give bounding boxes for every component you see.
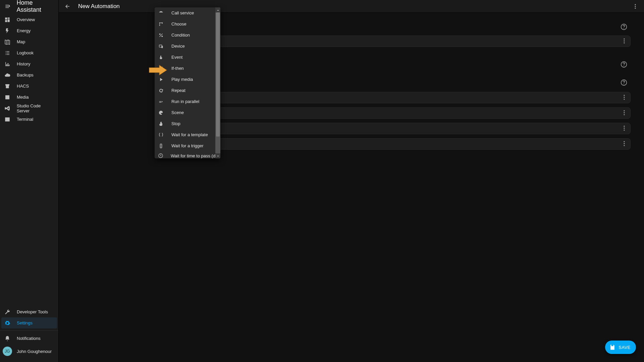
store-icon [4,83,11,90]
parallel-icon [158,99,164,105]
sidebar-item-energy[interactable]: Energy [1,25,57,36]
option-if-then[interactable]: If-then [155,63,220,74]
help-icon[interactable] [620,60,628,68]
option-label: If-then [171,66,184,71]
sidebar-item-logbook[interactable]: Logbook [1,47,57,58]
option-label: Device [171,44,185,49]
card-overflow-button[interactable] [621,109,628,117]
touch-icon [158,54,164,60]
user-name: John Goughenour [17,349,52,354]
action-card[interactable] [159,138,631,150]
sidebar-item-media[interactable]: Media [1,92,57,103]
option-label: Play media [171,77,193,82]
save-button[interactable]: SAVE [605,341,636,354]
option-label: Stop [171,121,180,126]
play-box-icon [4,94,11,101]
action-card[interactable] [159,92,631,103]
section-help-1 [159,23,628,31]
card-overflow-button[interactable] [621,140,628,148]
sidebar: Home Assistant Overview Energy Map Logbo… [0,0,59,362]
option-wait-template[interactable]: Wait for a template [155,129,220,140]
scroll-thumb[interactable] [216,12,220,137]
wrench-icon [4,309,11,315]
sidebar-item-history[interactable]: History [1,58,57,69]
action-card[interactable] [159,107,631,119]
option-device[interactable]: Device [155,41,220,52]
option-stop[interactable]: Stop [155,118,220,129]
sidebar-item-label: Settings [17,320,33,325]
sidebar-user[interactable]: JG John Goughenour [0,344,58,361]
topbar: New Automation [59,0,644,13]
sidebar-item-overview[interactable]: Overview [1,14,57,25]
option-label: Wait for a trigger [171,143,204,148]
help-icon[interactable] [620,23,628,31]
sidebar-item-notifications[interactable]: Notifications [1,333,57,344]
palette-icon [158,110,164,116]
action-type-dropdown: Call service Choose Condition Device Eve… [155,7,220,158]
option-event[interactable]: Event [155,52,220,63]
sidebar-item-label: Backups [17,72,34,77]
option-repeat[interactable]: Repeat [155,85,220,96]
sidebar-item-devtools[interactable]: Developer Tools [1,306,57,317]
option-play-media[interactable]: Play media [155,74,220,85]
option-label: Wait for a template [171,132,208,137]
sidebar-item-settings[interactable]: Settings [1,317,57,328]
braces-icon [158,132,164,138]
sidebar-item-label: History [17,61,30,66]
sidebar-item-label: Terminal [17,117,33,122]
content [59,13,644,362]
option-condition[interactable]: Condition [155,30,220,41]
device-icon [158,43,164,49]
branch-icon [158,21,164,27]
list-icon [4,50,11,56]
save-icon [609,344,616,351]
option-label: Event [171,55,182,60]
card-overflow-button[interactable] [621,125,628,133]
option-label: Condition [171,33,190,38]
sidebar-item-code[interactable]: Studio Code Server [1,103,57,114]
scroll-down-icon[interactable] [215,153,220,158]
section-help-3 [159,79,628,87]
card-overflow-button[interactable] [621,94,628,102]
help-icon[interactable] [620,79,628,87]
save-label: SAVE [619,345,631,350]
option-wait-delay[interactable]: Wait for time to pass (delay) [155,151,220,158]
option-wait-trigger[interactable]: Wait for a trigger [155,140,220,151]
overflow-menu-button[interactable] [631,2,640,11]
scroll-track[interactable] [215,12,220,153]
option-parallel[interactable]: Run in parallel [155,96,220,107]
sidebar-item-backups[interactable]: Backups [1,69,57,81]
scroll-up-icon[interactable] [215,7,220,12]
card-overflow-button[interactable] [621,38,628,45]
bell-icon [158,10,164,16]
action-cards [159,92,631,150]
sidebar-item-map[interactable]: Map [1,36,57,47]
avatar: JG [3,347,12,356]
dropdown-scrollbar[interactable] [215,7,220,158]
option-call-service[interactable]: Call service [155,7,220,18]
action-card[interactable] [159,123,631,134]
map-icon [4,39,11,45]
branch-icon [158,65,164,71]
config-card[interactable] [159,36,631,47]
bolt-icon [4,28,11,34]
sidebar-item-label: Studio Code Server [17,103,54,113]
sidebar-header: Home Assistant [0,0,58,13]
dashboard-icon [4,16,11,23]
sidebar-item-terminal[interactable]: Terminal [1,114,57,125]
page-title: New Automation [78,3,120,10]
play-icon [158,76,164,83]
option-label: Run in parallel [171,99,199,104]
option-label: Wait for time to pass (delay) [171,153,220,158]
sidebar-item-label: Developer Tools [17,309,48,314]
sidebar-item-label: Logbook [17,50,34,55]
sidebar-nav: Overview Energy Map Logbook History Back… [0,13,58,306]
option-choose[interactable]: Choose [155,18,220,30]
back-button[interactable] [63,2,72,11]
sidebar-item-hacs[interactable]: HACS [1,81,57,92]
sidebar-item-label: Notifications [17,336,41,341]
cloud-icon [4,72,11,79]
menu-toggle-icon[interactable] [3,2,12,11]
option-label: Scene [171,110,184,115]
option-scene[interactable]: Scene [155,107,220,118]
